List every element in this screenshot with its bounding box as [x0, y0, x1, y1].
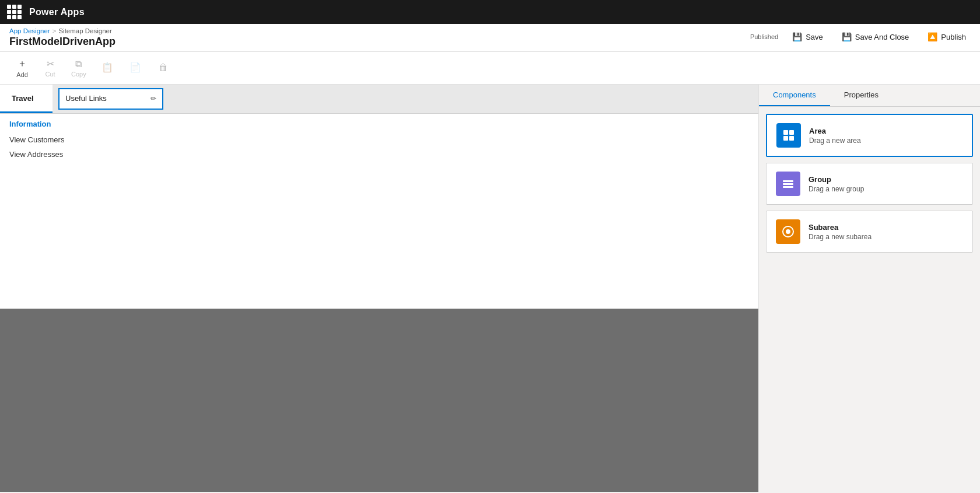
gray-canvas [0, 309, 758, 492]
breadcrumb: App Designer > Sitemap Designer [9, 27, 116, 34]
subarea-icon [776, 219, 800, 244]
tool6-button[interactable]: 🗑 [150, 60, 176, 76]
area-text: Area Drag a new area [809, 127, 861, 145]
app-title: Power Apps [29, 7, 85, 18]
add-icon: ＋ [18, 58, 27, 70]
group-text: Group Drag a new group [808, 175, 864, 193]
svg-rect-3 [789, 136, 794, 141]
paste-icon: 📋 [102, 62, 113, 73]
toolbar: ＋ Add ✂ Cut ⧉ Copy 📋 📄 🗑 [0, 52, 980, 85]
svg-point-8 [786, 229, 790, 234]
group-subtitle: Drag a new group [808, 185, 864, 193]
group-header: Useful Links ✏ [60, 89, 162, 107]
add-label: Add [16, 71, 28, 78]
tool6-icon: 🗑 [159, 62, 168, 73]
component-card-subarea[interactable]: Subarea Drag a new subarea [766, 211, 973, 253]
area-tab-travel[interactable]: Travel [0, 85, 52, 113]
subarea-text: Subarea Drag a new subarea [808, 223, 872, 241]
content-section: Information View Customers View Addresse… [0, 114, 758, 309]
app-name: FirstModelDrivenApp [9, 34, 116, 51]
top-bar: Power Apps [0, 0, 980, 24]
area-subtitle: Drag a new area [809, 137, 861, 145]
svg-rect-4 [783, 180, 793, 182]
right-panel: Components Properties Area Drag a new ar… [758, 85, 980, 492]
cut-icon: ✂ [47, 58, 54, 69]
save-label: Save [806, 33, 823, 41]
panel-tabs: Components Properties [759, 85, 980, 107]
breadcrumb-bar: App Designer > Sitemap Designer FirstMod… [0, 24, 980, 52]
tab-components[interactable]: Components [759, 85, 830, 106]
canvas-area: Travel Useful Links ✏ Information View C… [0, 85, 758, 492]
save-close-label: Save And Close [855, 33, 909, 41]
nav-item-customers[interactable]: View Customers [9, 134, 749, 145]
component-card-group[interactable]: Group Drag a new group [766, 163, 973, 205]
publish-label: Publish [941, 33, 966, 41]
edit-group-icon[interactable]: ✏ [150, 95, 156, 103]
group-icon [776, 172, 800, 196]
tool5-button[interactable]: 📄 [123, 60, 148, 76]
header-actions: Published 💾 Save 💾 Save And Close 🔼 Publ… [750, 27, 971, 44]
svg-rect-5 [783, 183, 793, 185]
save-button[interactable]: 💾 Save [788, 30, 828, 44]
copy-label: Copy [71, 71, 86, 78]
save-and-close-button[interactable]: 💾 Save And Close [837, 30, 914, 44]
main-layout: Travel Useful Links ✏ Information View C… [0, 85, 980, 492]
copy-icon: ⧉ [75, 59, 82, 69]
svg-rect-0 [783, 130, 788, 135]
paste-button[interactable]: 📋 [94, 60, 120, 76]
component-card-area[interactable]: Area Drag a new area [766, 114, 973, 157]
publish-icon: 🔼 [928, 32, 937, 41]
save-close-icon: 💾 [842, 32, 852, 41]
group-box: Useful Links ✏ [58, 88, 163, 110]
area-row: Travel Useful Links ✏ [0, 85, 758, 114]
copy-button[interactable]: ⧉ Copy [65, 57, 92, 80]
breadcrumb-sitemap-designer: Sitemap Designer [58, 27, 111, 34]
group-name: Useful Links [65, 94, 107, 103]
components-list: Area Drag a new area Group Drag a new gr… [759, 107, 980, 260]
add-button[interactable]: ＋ Add [9, 55, 35, 81]
breadcrumb-sep: > [52, 27, 57, 34]
area-icon [776, 123, 801, 148]
publish-button[interactable]: 🔼 Publish [923, 30, 971, 44]
subarea-subtitle: Drag a new subarea [808, 233, 872, 241]
published-badge: Published [750, 33, 778, 40]
cut-label: Cut [45, 71, 55, 78]
area-title: Area [809, 127, 861, 135]
svg-rect-1 [789, 130, 794, 135]
waffle-menu[interactable] [7, 5, 22, 20]
svg-rect-6 [783, 186, 793, 188]
nav-group-label[interactable]: Information [9, 120, 749, 128]
area-tab-label: Travel [12, 94, 34, 103]
tool5-icon: 📄 [130, 62, 141, 73]
svg-rect-2 [783, 136, 788, 141]
breadcrumb-app-designer[interactable]: App Designer [9, 27, 50, 34]
nav-item-addresses[interactable]: View Addresses [9, 149, 749, 160]
cut-button[interactable]: ✂ Cut [37, 56, 63, 80]
tab-properties[interactable]: Properties [830, 85, 892, 106]
save-icon: 💾 [792, 32, 802, 41]
subarea-title: Subarea [808, 223, 872, 232]
group-title: Group [808, 175, 864, 184]
